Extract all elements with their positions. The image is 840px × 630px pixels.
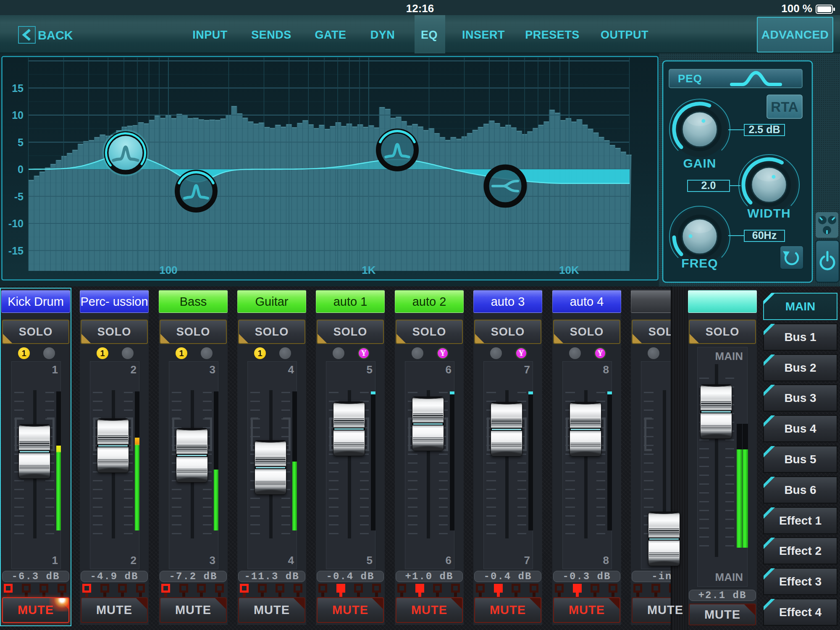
- svg-text:10: 10: [12, 109, 24, 121]
- svg-text:-10: -10: [8, 218, 24, 229]
- svg-text:60Hz: 60Hz: [752, 229, 777, 241]
- svg-text:0: 0: [18, 163, 24, 175]
- svg-text:-5: -5: [14, 191, 24, 202]
- svg-text:2.0: 2.0: [701, 179, 716, 191]
- svg-text:100: 100: [159, 264, 177, 276]
- svg-text:5: 5: [18, 136, 24, 148]
- svg-text:PEQ: PEQ: [678, 72, 702, 85]
- svg-text:WIDTH: WIDTH: [747, 206, 790, 220]
- svg-text:RTA: RTA: [771, 99, 798, 115]
- svg-text:FREQ: FREQ: [681, 256, 718, 270]
- svg-text:1K: 1K: [362, 264, 375, 276]
- svg-text:15: 15: [12, 82, 24, 94]
- svg-text:2.5 dB: 2.5 dB: [748, 123, 780, 135]
- svg-text:10K: 10K: [559, 264, 579, 276]
- svg-text:-15: -15: [8, 245, 24, 257]
- svg-text:GAIN: GAIN: [683, 156, 717, 170]
